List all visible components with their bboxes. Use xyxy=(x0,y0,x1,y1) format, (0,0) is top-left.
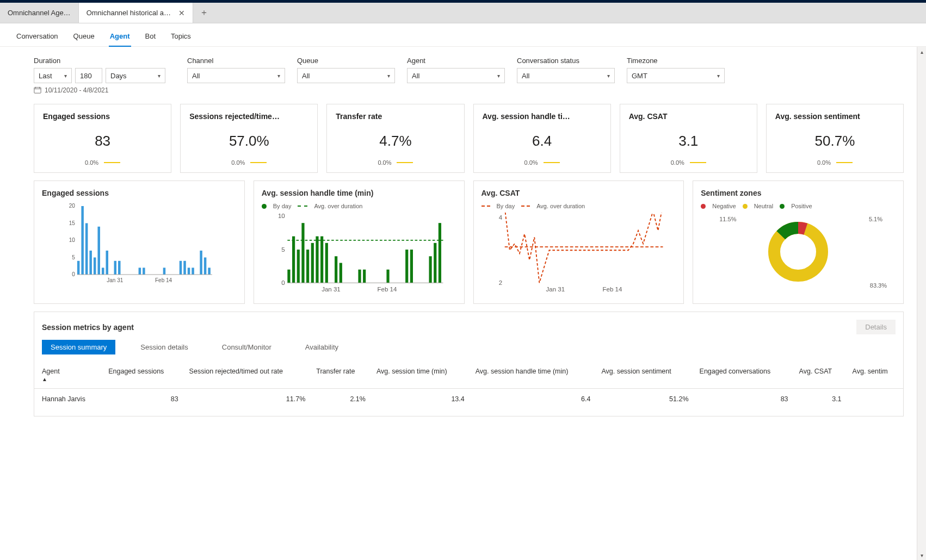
svg-rect-49 xyxy=(405,250,408,283)
kpi-value: 50.7% xyxy=(775,133,894,150)
svg-rect-9 xyxy=(77,261,80,275)
queue-select[interactable]: All ▾ xyxy=(297,68,395,83)
svg-text:10: 10 xyxy=(69,237,76,243)
kpi-title: Sessions rejected/time… xyxy=(189,112,308,121)
tab-omnichannel-historical[interactable]: Omnichannel historical an… ✕ xyxy=(79,3,193,23)
column-header[interactable]: Avg. session handle time (min) xyxy=(470,362,596,389)
svg-rect-16 xyxy=(106,251,108,275)
kpi-delta: 0.0% xyxy=(378,159,391,166)
status-select[interactable]: All ▾ xyxy=(517,68,615,83)
details-button[interactable]: Details xyxy=(856,320,896,334)
filter-label-timezone: Timezone xyxy=(627,57,725,65)
tab-topics[interactable]: Topics xyxy=(170,29,192,46)
svg-rect-14 xyxy=(97,227,100,275)
pill-consult-monitor[interactable]: Consult/Monitor xyxy=(213,340,280,354)
kpi-title: Engaged sessions xyxy=(43,112,162,121)
legend-dot xyxy=(780,204,785,209)
svg-rect-42 xyxy=(320,237,323,283)
svg-rect-26 xyxy=(200,251,202,275)
kpi-delta: 0.0% xyxy=(671,159,684,166)
report-content: Duration Last ▾ 180 Days ▾ 10/11/2020 - … xyxy=(0,47,917,560)
svg-text:20: 20 xyxy=(69,203,76,209)
svg-rect-12 xyxy=(89,251,92,275)
svg-text:Feb 14: Feb 14 xyxy=(377,286,397,293)
svg-text:15: 15 xyxy=(69,220,76,226)
page-tabstrip: Omnichannel Age… Omnichannel historical … xyxy=(0,3,926,23)
svg-rect-0 xyxy=(34,88,41,94)
pill-availability[interactable]: Availability xyxy=(297,340,347,354)
legend-dot xyxy=(262,204,267,209)
calendar-icon xyxy=(34,86,41,94)
svg-rect-20 xyxy=(143,267,145,275)
svg-rect-48 xyxy=(386,270,389,283)
duration-unit-select[interactable]: Days ▾ xyxy=(106,68,165,83)
table-row[interactable]: Hannah Jarvis8311.7%2.1%13.46.451.2%833.… xyxy=(34,389,903,410)
column-header[interactable]: Transfer rate xyxy=(311,362,371,389)
column-header[interactable]: Agent▲ xyxy=(34,362,103,389)
report-subtabs: Conversation Queue Agent Bot Topics xyxy=(0,23,926,47)
filter-label-status: Conversation status xyxy=(517,57,615,65)
column-header[interactable]: Avg. sentim xyxy=(847,362,903,389)
tab-bot[interactable]: Bot xyxy=(144,29,157,46)
sparkline xyxy=(544,162,560,163)
tab-agent[interactable]: Agent xyxy=(109,29,131,47)
sparkline xyxy=(836,162,853,163)
tab-omnichannel-agent[interactable]: Omnichannel Age… xyxy=(0,3,79,23)
chart-handle-time: Avg. session handle time (min) By day Av… xyxy=(254,181,465,304)
column-header[interactable]: Avg. session sentiment xyxy=(596,362,694,389)
column-header[interactable]: Engaged sessions xyxy=(103,362,183,389)
svg-rect-17 xyxy=(114,261,117,275)
scroll-up-icon[interactable]: ▴ xyxy=(921,49,923,55)
svg-rect-52 xyxy=(434,243,436,283)
tab-conversation[interactable]: Conversation xyxy=(15,29,59,46)
duration-value-input[interactable]: 180 xyxy=(75,68,102,83)
legend-dot xyxy=(743,204,748,209)
svg-rect-25 xyxy=(192,267,194,275)
svg-rect-27 xyxy=(204,258,207,275)
close-icon[interactable]: ✕ xyxy=(178,9,185,17)
column-header[interactable]: Avg. CSAT xyxy=(794,362,847,389)
chevron-down-icon: ▾ xyxy=(607,73,610,79)
timezone-select[interactable]: GMT ▾ xyxy=(627,68,725,83)
svg-text:5: 5 xyxy=(281,246,285,253)
vertical-scrollbar[interactable]: ▴ ▾ xyxy=(917,47,926,560)
session-metrics-card: Session metrics by agent Details Session… xyxy=(34,312,904,416)
column-header[interactable]: Session rejected/timed out rate xyxy=(184,362,311,389)
kpi-card: Avg. CSAT 3.1 0.0% xyxy=(620,104,757,173)
svg-rect-38 xyxy=(301,223,304,283)
scroll-down-icon[interactable]: ▾ xyxy=(921,552,923,558)
column-header[interactable]: Engaged conversations xyxy=(694,362,794,389)
svg-rect-19 xyxy=(139,267,141,275)
svg-text:Jan 31: Jan 31 xyxy=(322,286,341,293)
kpi-title: Avg. session handle ti… xyxy=(483,112,602,121)
svg-rect-24 xyxy=(188,267,190,275)
chart-csat: Avg. CSAT By day Avg. over duration 24Ja… xyxy=(473,181,684,304)
kpi-delta: 0.0% xyxy=(524,159,538,166)
svg-text:10: 10 xyxy=(278,213,285,219)
new-tab-button[interactable]: ＋ xyxy=(193,3,215,23)
svg-rect-22 xyxy=(180,261,182,275)
svg-rect-21 xyxy=(163,267,166,275)
legend-dot xyxy=(701,204,706,209)
date-range-text: 10/11/2020 - 4/8/2021 xyxy=(45,86,108,94)
sparkline xyxy=(250,162,267,163)
svg-rect-51 xyxy=(429,256,431,283)
kpi-value: 4.7% xyxy=(336,133,455,150)
legend-dash xyxy=(481,206,490,207)
svg-rect-35 xyxy=(287,270,290,283)
pill-session-summary[interactable]: Session summary xyxy=(42,340,115,354)
pill-session-details[interactable]: Session details xyxy=(132,340,196,354)
metrics-table: Agent▲Engaged sessionsSession rejected/t… xyxy=(34,362,903,409)
duration-mode-select[interactable]: Last ▾ xyxy=(34,68,72,83)
agent-select[interactable]: All ▾ xyxy=(407,68,505,83)
kpi-card: Engaged sessions 83 0.0% xyxy=(34,104,171,173)
tab-queue[interactable]: Queue xyxy=(72,29,96,46)
sparkline xyxy=(104,162,120,163)
legend-dash xyxy=(521,206,530,207)
svg-rect-47 xyxy=(363,270,366,283)
svg-text:0: 0 xyxy=(281,279,285,286)
column-header[interactable]: Avg. session time (min) xyxy=(371,362,470,389)
kpi-card: Sessions rejected/time… 57.0% 0.0% xyxy=(180,104,318,173)
channel-select[interactable]: All ▾ xyxy=(187,68,285,83)
svg-rect-10 xyxy=(81,206,84,275)
